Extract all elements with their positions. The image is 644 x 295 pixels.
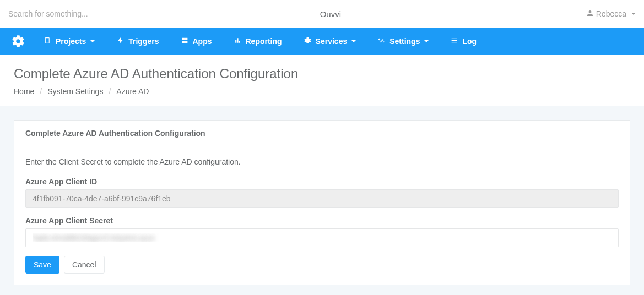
help-text: Enter the Client Secret to complete the … (25, 157, 619, 166)
breadcrumb-settings[interactable]: System Settings (47, 87, 103, 96)
brand-title: Ouvvi (74, 9, 587, 19)
nav-label: Services (316, 37, 348, 46)
nav-label: Projects (56, 37, 86, 46)
nav-label: Triggers (128, 37, 159, 46)
bolt-icon (117, 37, 124, 46)
chart-icon (234, 37, 241, 46)
panel-heading: Complete Azure AD Authentication Configu… (14, 121, 630, 146)
content-area: Complete Azure AD Authentication Configu… (0, 106, 644, 295)
caret-down-icon (351, 40, 356, 42)
list-icon (451, 37, 458, 46)
caret-down-icon (631, 13, 636, 15)
breadcrumb: Home / System Settings / Azure AD (14, 87, 630, 96)
panel-body: Enter the Client Secret to complete the … (14, 146, 630, 285)
client-secret-field[interactable] (25, 228, 619, 247)
breadcrumb-sep: / (40, 87, 42, 96)
nav-triggers[interactable]: Triggers (108, 28, 167, 55)
client-secret-group: Azure App Client Secret (25, 216, 619, 247)
caret-down-icon (424, 40, 429, 42)
page-title: Complete Azure AD Authentication Configu… (14, 66, 630, 81)
client-id-field (25, 189, 619, 208)
nav-label: Log (462, 37, 477, 46)
app-logo[interactable] (6, 34, 31, 48)
nav-log[interactable]: Log (442, 28, 485, 55)
nav-reporting[interactable]: Reporting (225, 28, 291, 55)
breadcrumb-sep: / (109, 87, 111, 96)
nav-projects[interactable]: Projects (35, 28, 104, 55)
nav-label: Settings (389, 37, 420, 46)
main-nav: Projects Triggers Apps Reporting Service… (0, 28, 644, 55)
grid-icon (181, 37, 188, 46)
user-menu[interactable]: Rebecca (587, 9, 636, 18)
client-id-label: Azure App Client ID (25, 177, 619, 186)
user-name: Rebecca (596, 9, 626, 18)
user-icon (587, 9, 593, 18)
client-id-group: Azure App Client ID (25, 177, 619, 208)
nav-settings[interactable]: Settings (369, 28, 437, 55)
caret-down-icon (90, 40, 95, 42)
breadcrumb-current: Azure AD (116, 87, 149, 96)
config-panel: Complete Azure AD Authentication Configu… (14, 120, 630, 285)
gear-icon (304, 37, 311, 46)
nav-label: Reporting (246, 37, 282, 46)
client-secret-label: Azure App Client Secret (25, 216, 619, 225)
book-icon (44, 37, 51, 46)
save-button[interactable]: Save (25, 256, 59, 274)
breadcrumb-home[interactable]: Home (14, 87, 34, 96)
cancel-button[interactable]: Cancel (64, 256, 105, 274)
nav-label: Apps (193, 37, 212, 46)
top-bar: Ouvvi Rebecca (0, 0, 644, 28)
page-header: Complete Azure AD Authentication Configu… (0, 55, 644, 106)
button-row: Save Cancel (25, 256, 619, 274)
wand-icon (378, 37, 385, 46)
nav-apps[interactable]: Apps (172, 28, 221, 55)
nav-services[interactable]: Services (295, 28, 365, 55)
